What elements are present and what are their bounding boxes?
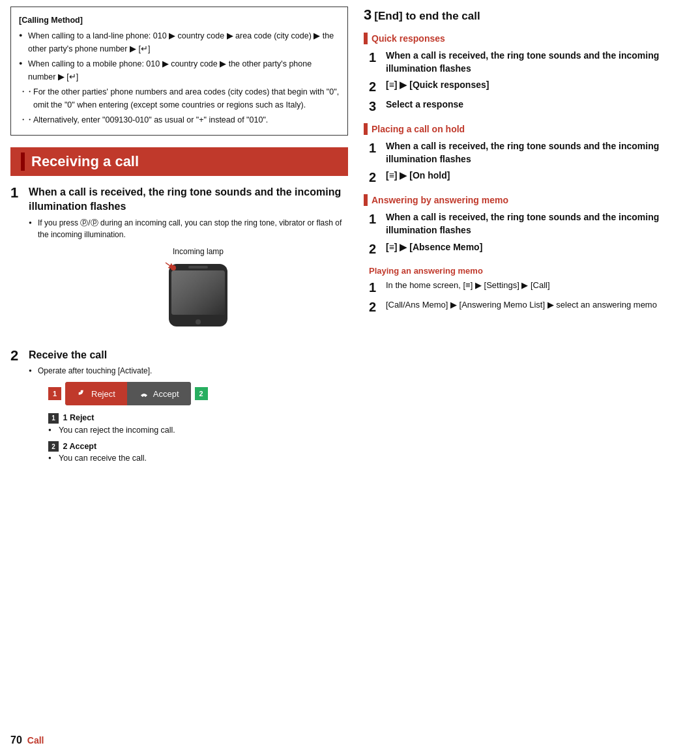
calling-method-dot-1: ・ For the other parties' phone numbers a… xyxy=(19,85,340,111)
playing-memo-section: Playing an answering memo 1 In the home … xyxy=(364,266,690,315)
step-2-sub: Operate after touching [Activate]. xyxy=(29,365,348,377)
answering-memo-bar xyxy=(364,194,368,206)
qr-step-2: 2 [≡] ▶ [Quick responses] xyxy=(369,79,690,94)
call-bar-row: 1 Reject Accept xyxy=(48,382,348,405)
svg-rect-2 xyxy=(171,270,225,315)
step-1-bullet: If you press ⓟ/ⓟ during an incoming call… xyxy=(29,217,348,240)
qr-step-1-title: When a call is received, the ring tone s… xyxy=(386,50,690,75)
hold-step-1: 1 When a call is received, the ring tone… xyxy=(369,140,690,166)
step-1-title: When a call is received, the ring tone s… xyxy=(29,185,348,214)
answering-memo-section: Answering by answering memo 1 When a cal… xyxy=(364,194,690,256)
page-number: 70 xyxy=(10,734,22,746)
accept-phone-icon xyxy=(139,388,149,399)
diagram-label: Incoming lamp xyxy=(48,247,348,256)
qr-step-2-title: [≡] ▶ [Quick responses] xyxy=(386,79,690,92)
step-3-label: [End] to end the call xyxy=(374,10,480,23)
accept-button[interactable]: Accept xyxy=(127,382,191,405)
svg-line-6 xyxy=(166,263,172,267)
qr-step-3: 3 Select a response xyxy=(369,98,690,114)
pm-step-1: 1 In the home screen, [≡] ▶ [Settings] ▶… xyxy=(369,280,690,295)
answering-memo-title: Answering by answering memo xyxy=(372,195,508,205)
step-1-content: When a call is received, the ring tone s… xyxy=(29,185,348,341)
quick-responses-title: Quick responses xyxy=(372,33,445,44)
quick-responses-bar xyxy=(364,33,368,44)
placing-on-hold-header: Placing a call on hold xyxy=(364,123,690,135)
qr-step-3-title: Select a response xyxy=(386,98,690,111)
step-2-title: Receive the call xyxy=(29,348,348,362)
placing-on-hold-bar xyxy=(364,123,368,135)
am-step-2: 2 [≡] ▶ [Absence Memo] xyxy=(369,241,690,257)
page-section-label: Call xyxy=(27,735,44,746)
step-2: 2 Receive the call Operate after touchin… xyxy=(10,348,348,469)
right-column: 3 [End] to end the call Quick responses … xyxy=(358,0,700,754)
am-step-1-title: When a call is received, the ring tone s… xyxy=(386,211,690,237)
svg-point-5 xyxy=(171,265,176,270)
reject-label-badge: 1 xyxy=(48,413,59,424)
pm-step-2: 2 [Call/Ans Memo] ▶ [Answering Memo List… xyxy=(369,299,690,315)
step-2-content: Receive the call Operate after touching … xyxy=(29,348,348,469)
hold-step-1-title: When a call is received, the ring tone s… xyxy=(386,140,690,166)
quick-responses-header: Quick responses xyxy=(364,33,690,44)
step-3-number: 3 xyxy=(364,7,372,23)
am-step-2-title: [≡] ▶ [Absence Memo] xyxy=(386,241,690,254)
reject-badge: 1 xyxy=(48,387,61,400)
accept-badge: 2 xyxy=(195,387,208,400)
calling-method-dot-2: ・ Alternatively, enter "009130-010" as u… xyxy=(19,113,340,126)
svg-point-3 xyxy=(196,319,201,325)
calling-method-bullet-1: ● When calling to a land-line phone: 010… xyxy=(19,29,340,55)
step-2-bullet: Operate after touching [Activate]. xyxy=(29,365,348,377)
placing-on-hold-section: Placing a call on hold 1 When a call is … xyxy=(364,123,690,185)
page-footer: 70 Call xyxy=(10,734,44,746)
hold-step-2: 2 [≡] ▶ [On hold] xyxy=(369,169,690,185)
phone-svg xyxy=(146,259,250,330)
pm-step-2-content: [Call/Ans Memo] ▶ [Answering Memo List] … xyxy=(386,299,690,311)
reject-label-item: 1 1 Reject You can reject the incoming c… xyxy=(48,412,348,437)
calling-method-title: [Calling Method] xyxy=(19,14,340,27)
qr-step-1: 1 When a call is received, the ring tone… xyxy=(369,50,690,75)
reject-phone-icon xyxy=(77,388,87,399)
placing-on-hold-title: Placing a call on hold xyxy=(372,124,465,134)
playing-memo-title: Playing an answering memo xyxy=(369,266,690,276)
hold-step-2-title: [≡] ▶ [On hold] xyxy=(386,169,690,182)
section-header-receiving: Receiving a call xyxy=(10,147,348,176)
svg-rect-4 xyxy=(188,266,208,268)
answering-memo-header: Answering by answering memo xyxy=(364,194,690,206)
am-step-1: 1 When a call is received, the ring tone… xyxy=(369,211,690,237)
pm-step-1-content: In the home screen, [≡] ▶ [Settings] ▶ [… xyxy=(386,280,690,291)
quick-responses-section: Quick responses 1 When a call is receive… xyxy=(364,33,690,114)
step-1-sub: If you press ⓟ/ⓟ during an incoming call… xyxy=(29,217,348,240)
step-1: 1 When a call is received, the ring tone… xyxy=(10,185,348,341)
accept-label-item: 2 2 Accept You can receive the call. xyxy=(48,441,348,465)
calling-method-box: [Calling Method] ● When calling to a lan… xyxy=(10,7,348,136)
calling-method-bullet-2: ● When calling to a mobile phone: 010 ▶ … xyxy=(19,57,340,83)
left-column: [Calling Method] ● When calling to a lan… xyxy=(0,0,358,754)
incoming-lamp-diagram: Incoming lamp xyxy=(48,247,348,332)
step-3-row: 3 [End] to end the call xyxy=(364,7,690,23)
call-buttons: Reject Accept xyxy=(65,382,191,405)
accept-label-badge: 2 xyxy=(48,441,59,452)
reject-button[interactable]: Reject xyxy=(65,382,127,405)
